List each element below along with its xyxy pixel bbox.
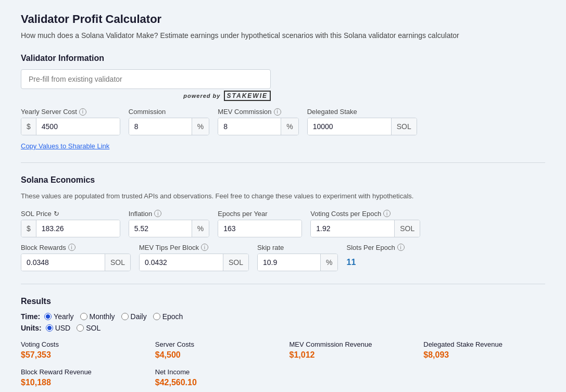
mev-tips-per-block-label: MEV Tips Per Block i — [139, 244, 249, 251]
voting-costs-result: Voting Costs $57,353 — [21, 340, 143, 360]
sol-price-input[interactable] — [36, 220, 120, 237]
yearly-server-cost-input[interactable] — [36, 118, 120, 135]
units-sol-radio[interactable] — [77, 324, 84, 332]
time-daily-option[interactable]: Daily — [121, 312, 147, 321]
epochs-per-year-input[interactable] — [218, 220, 301, 237]
server-costs-result: Server Costs $4,500 — [155, 340, 277, 360]
divider-2 — [21, 284, 545, 284]
solana-economics-section: Solana Economics These values are popula… — [21, 175, 545, 271]
results-grid: Voting Costs $57,353 Server Costs $4,500… — [21, 340, 545, 387]
time-daily-label: Daily — [131, 312, 147, 321]
yearly-server-cost-label: Yearly Server Cost i — [21, 108, 120, 116]
voting-costs-result-label: Voting Costs — [21, 340, 143, 348]
block-rewards-info-icon[interactable]: i — [68, 244, 76, 251]
slots-per-epoch-label: Slots Per Epoch i — [346, 244, 404, 251]
inflation-info-icon[interactable]: i — [154, 210, 161, 217]
inflation-input[interactable] — [129, 220, 192, 237]
voting-costs-per-epoch-input[interactable] — [311, 220, 394, 237]
units-usd-option[interactable]: USD — [46, 324, 71, 332]
yearly-server-cost-input-wrapper: $ — [21, 118, 120, 135]
time-yearly-label: Yearly — [54, 312, 73, 321]
validator-info-title: Validator Information — [21, 54, 545, 63]
units-usd-radio[interactable] — [46, 324, 53, 332]
mev-commission-revenue-result: MEV Commission Revenue $1,012 — [290, 340, 411, 360]
units-sol-option[interactable]: SOL — [77, 324, 100, 332]
sol-price-prefix: $ — [21, 220, 36, 237]
yearly-server-cost-prefix: $ — [21, 118, 36, 135]
delegated-stake-label: Delegated Stake — [307, 108, 417, 116]
block-rewards-group: Block Rewards i SOL — [21, 244, 131, 271]
mev-tips-per-block-input-wrapper: SOL — [139, 254, 249, 271]
mev-commission-revenue-result-label: MEV Commission Revenue — [290, 340, 411, 348]
inflation-input-wrapper: % — [129, 220, 209, 237]
units-sol-label: SOL — [86, 324, 100, 332]
time-epoch-radio[interactable] — [153, 313, 160, 320]
block-rewards-input[interactable] — [21, 254, 105, 271]
skip-rate-label: Skip rate — [257, 244, 338, 251]
time-monthly-label: Monthly — [90, 312, 115, 321]
slots-per-epoch-value: 11 — [346, 258, 356, 267]
slots-per-epoch-group: Slots Per Epoch i 11 — [346, 244, 404, 271]
net-income-result-value: $42,560.10 — [155, 378, 277, 387]
voting-costs-per-epoch-info-icon[interactable]: i — [383, 210, 391, 217]
economics-fields-row1: SOL Price ↻ $ Inflation i % — [21, 210, 545, 237]
commission-label: Commission — [129, 108, 209, 116]
block-reward-revenue-result-label: Block Reward Revenue — [21, 368, 143, 376]
mev-commission-label: MEV Commission i — [218, 108, 298, 116]
server-costs-result-label: Server Costs — [155, 340, 277, 348]
economics-fields-row2: Block Rewards i SOL MEV Tips Per Block i… — [21, 244, 545, 271]
page-title: Validator Profit Calculator — [21, 12, 545, 26]
sol-price-refresh-icon[interactable]: ↻ — [54, 210, 59, 218]
mev-tips-per-block-group: MEV Tips Per Block i SOL — [139, 244, 249, 271]
yearly-server-cost-group: Yearly Server Cost i $ — [21, 108, 120, 135]
slots-per-epoch-info-icon[interactable]: i — [397, 244, 405, 251]
block-reward-revenue-result: Block Reward Revenue $10,188 — [21, 368, 143, 387]
mev-tips-per-block-info-icon[interactable]: i — [201, 244, 208, 251]
voting-costs-result-value: $57,353 — [21, 350, 143, 360]
time-yearly-radio[interactable] — [44, 313, 52, 320]
net-income-result: Net Income $42,560.10 — [155, 368, 277, 387]
prefill-input[interactable] — [21, 69, 271, 89]
time-monthly-option[interactable]: Monthly — [80, 312, 115, 321]
epochs-per-year-input-wrapper — [218, 220, 302, 237]
units-usd-label: USD — [55, 324, 71, 332]
server-costs-result-value: $4,500 — [155, 350, 277, 360]
divider-1 — [21, 162, 545, 163]
block-rewards-label: Block Rewards i — [21, 244, 131, 251]
block-rewards-input-wrapper: SOL — [21, 254, 131, 271]
commission-input[interactable] — [129, 118, 192, 135]
net-income-result-label: Net Income — [155, 368, 277, 376]
time-epoch-option[interactable]: Epoch — [153, 312, 183, 321]
inflation-suffix: % — [192, 220, 209, 237]
skip-rate-input[interactable] — [258, 254, 320, 271]
inflation-group: Inflation i % — [129, 210, 209, 237]
units-label: Units: — [21, 324, 42, 332]
mev-commission-info-icon[interactable]: i — [274, 108, 281, 116]
commission-input-wrapper: % — [129, 118, 209, 135]
units-row: Units: USD SOL — [21, 324, 545, 332]
yearly-server-cost-info-icon[interactable]: i — [79, 108, 86, 116]
results-title: Results — [21, 297, 545, 306]
time-radio-group: Yearly Monthly Daily Epoch — [44, 312, 183, 321]
copy-link[interactable]: Copy Values to Sharable Link — [21, 142, 109, 150]
delegated-stake-input[interactable] — [308, 118, 391, 135]
mev-commission-input[interactable] — [218, 118, 281, 135]
mev-tips-per-block-input[interactable] — [140, 254, 223, 271]
voting-costs-per-epoch-input-wrapper: SOL — [310, 220, 420, 237]
skip-rate-suffix: % — [320, 254, 337, 271]
voting-costs-per-epoch-group: Voting Costs per Epoch i SOL — [310, 210, 420, 237]
sol-price-label: SOL Price ↻ — [21, 210, 120, 218]
mev-commission-group: MEV Commission i % — [218, 108, 298, 135]
mev-commission-input-wrapper: % — [218, 118, 298, 135]
time-yearly-option[interactable]: Yearly — [44, 312, 73, 321]
page-subtitle: How much does a Solana Validator Make? E… — [21, 30, 545, 41]
epochs-per-year-group: Epochs per Year — [218, 210, 302, 237]
powered-by-brand: STAKEWIE — [224, 91, 271, 101]
mev-tips-per-block-suffix: SOL — [223, 254, 248, 271]
time-daily-radio[interactable] — [121, 313, 129, 320]
validator-fields-row: Yearly Server Cost i $ Commission % — [21, 108, 545, 135]
powered-by: powered by STAKEWIE — [21, 92, 271, 99]
mev-commission-revenue-result-value: $1,012 — [290, 350, 411, 360]
time-monthly-radio[interactable] — [80, 313, 87, 320]
results-section: Results Time: Yearly Monthly Daily — [21, 297, 545, 387]
